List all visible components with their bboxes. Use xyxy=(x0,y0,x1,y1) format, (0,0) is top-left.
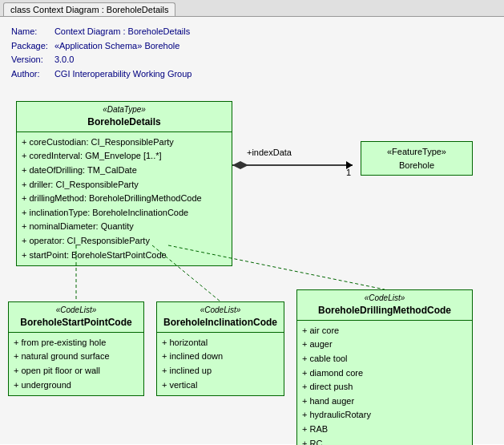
drilling-method-attr: + RC xyxy=(302,437,467,445)
inclination-body: + horizontal+ inclined down+ inclined up… xyxy=(157,333,284,395)
borehole-details-body: + coreCustodian: CI_ResponsibleParty+ co… xyxy=(17,132,232,265)
drilling-method-name: BoreholeDrillingMethodCode xyxy=(302,304,467,318)
inclination-attr: + inclined up xyxy=(162,364,279,378)
drilling-method-stereotype: «CodeList» xyxy=(302,293,467,304)
start-point-attr: + open pit floor or wall xyxy=(14,364,139,378)
drilling-method-attr: + RAB xyxy=(302,423,467,437)
borehole-details-attr: + drillingMethod: BoreholeDrillingMethod… xyxy=(22,192,227,206)
package-value: «Application Schema» Borehole xyxy=(51,39,196,54)
inclination-code-box: «CodeList» BoreholeInclinationCode + hor… xyxy=(156,301,284,396)
name-value: Context Diagram : BoreholeDetails xyxy=(51,25,196,39)
drilling-method-attr: + air core xyxy=(302,324,467,338)
borehole-details-header: «DataType» BoreholeDetails xyxy=(17,102,232,132)
borehole-details-attr: + nominalDiameter: Quantity xyxy=(22,220,227,234)
borehole-details-attr: + startPoint: BoreholeStartPointCode xyxy=(22,249,227,263)
start-point-attr: + from pre-existing hole xyxy=(14,336,139,350)
drilling-method-attr: + hand auger xyxy=(302,394,467,409)
tab-bar: class Context Diagram : BoreholeDetails xyxy=(0,0,504,17)
multiplicity-label: 1 xyxy=(346,168,351,177)
drilling-method-header: «CodeList» BoreholeDrillingMethodCode xyxy=(297,290,472,321)
borehole-details-attr: + coredInterval: GM_Envelope [1..*] xyxy=(22,149,227,164)
start-point-stereotype: «CodeList» xyxy=(14,305,139,316)
borehole-details-attr: + dateOfDrilling: TM_CalDate xyxy=(22,164,227,178)
inclination-attr: + horizontal xyxy=(162,336,279,350)
borehole-header: «FeatureType» Borehole xyxy=(361,142,472,175)
inclination-attr: + inclined down xyxy=(162,350,279,364)
drilling-method-body: + air core+ auger+ cable tool+ diamond c… xyxy=(297,321,472,445)
diagram-area: Name: Context Diagram : BoreholeDetails … xyxy=(0,17,504,444)
borehole-name: Borehole xyxy=(368,159,466,172)
borehole-details-box: «DataType» BoreholeDetails + coreCustodi… xyxy=(16,101,232,266)
start-point-body: + from pre-existing hole+ natural ground… xyxy=(9,333,143,395)
drilling-method-attr: + cable tool xyxy=(302,352,467,366)
borehole-details-attr: + operator: CI_ResponsibleParty xyxy=(22,234,227,249)
borehole-details-name: BoreholeDetails xyxy=(22,115,227,129)
author-label: Author: xyxy=(8,67,51,82)
index-data-label: +indexData xyxy=(247,148,292,157)
drilling-method-attr: + auger xyxy=(302,338,467,352)
author-value: CGI Interoperability Working Group xyxy=(51,67,196,82)
start-point-code-header: «CodeList» BoreholeStartPointCode xyxy=(9,302,143,333)
start-point-code-box: «CodeList» BoreholeStartPointCode + from… xyxy=(8,301,144,396)
info-panel: Name: Context Diagram : BoreholeDetails … xyxy=(8,25,496,81)
inclination-name: BoreholeInclinationCode xyxy=(162,316,279,330)
inclination-attr: + vertical xyxy=(162,378,279,393)
drilling-method-attr: + diamond core xyxy=(302,366,467,381)
start-point-attr: + underground xyxy=(14,378,139,393)
name-label: Name: xyxy=(8,25,51,39)
drilling-method-code-box: «CodeList» BoreholeDrillingMethodCode + … xyxy=(296,289,473,445)
borehole-details-stereotype: «DataType» xyxy=(22,104,227,115)
package-label: Package: xyxy=(8,39,51,54)
active-tab[interactable]: class Context Diagram : BoreholeDetails xyxy=(3,2,175,16)
drilling-method-attr: + direct push xyxy=(302,380,467,394)
inclination-code-header: «CodeList» BoreholeInclinationCode xyxy=(157,302,284,333)
version-label: Version: xyxy=(8,53,51,67)
start-point-name: BoreholeStartPointCode xyxy=(14,316,139,330)
diamond-connector xyxy=(232,161,248,169)
drilling-method-attr: + hydraulicRotary xyxy=(302,408,467,423)
borehole-box: «FeatureType» Borehole xyxy=(361,141,473,176)
borehole-details-attr: + driller: CI_ResponsibleParty xyxy=(22,178,227,192)
borehole-stereotype: «FeatureType» xyxy=(368,145,466,159)
borehole-details-attr: + inclinationType: BoreholeInclinationCo… xyxy=(22,206,227,220)
inclination-stereotype: «CodeList» xyxy=(162,305,279,316)
start-point-attr: + natural ground surface xyxy=(14,350,139,364)
version-value: 3.0.0 xyxy=(51,53,196,67)
borehole-details-attr: + coreCustodian: CI_ResponsibleParty xyxy=(22,136,227,150)
